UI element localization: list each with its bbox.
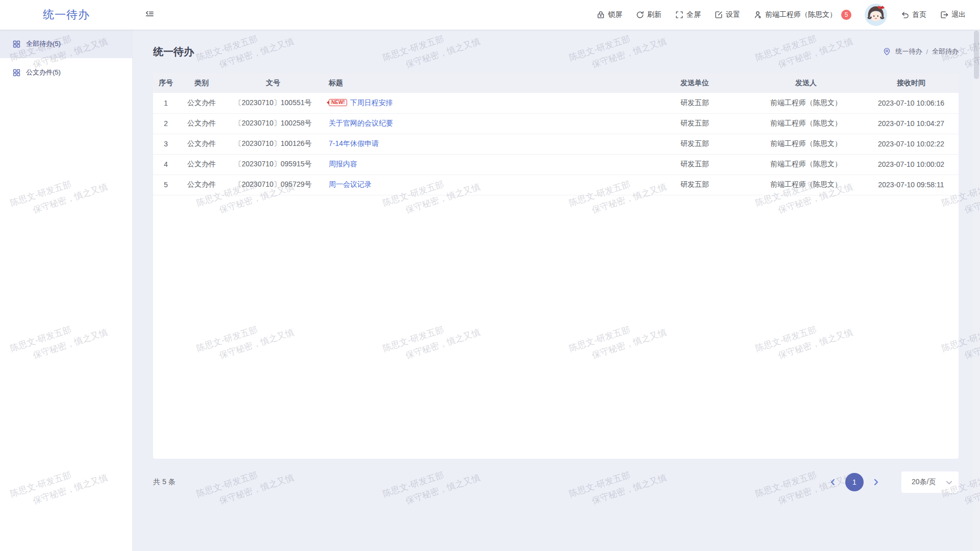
table-row[interactable]: 3 公文办件 〔20230710〕100126号 7-14年休假申请 研发五部 … bbox=[153, 134, 959, 154]
breadcrumb-root[interactable]: 统一待办 bbox=[895, 47, 922, 56]
page-size-value: 20条/页 bbox=[912, 478, 936, 487]
chevron-left-icon bbox=[829, 479, 837, 486]
cell-sender: 前端工程师（陈思文） bbox=[748, 174, 864, 195]
doc-title-link[interactable]: 下周日程安排 bbox=[350, 98, 393, 107]
cell-sender: 前端工程师（陈思文） bbox=[748, 113, 864, 134]
doc-title-link[interactable]: 周一会议记录 bbox=[329, 180, 372, 188]
settings-icon bbox=[714, 10, 723, 19]
cell-received-time: 2023-07-10 10:06:16 bbox=[864, 93, 959, 113]
grid-icon bbox=[12, 40, 21, 48]
col-header-doc-no: 文号 bbox=[225, 73, 322, 93]
page-size-select[interactable]: 20条/页 bbox=[901, 471, 959, 493]
chevron-right-icon bbox=[872, 479, 879, 486]
chevron-down-icon bbox=[946, 479, 952, 486]
page-number-button[interactable]: 1 bbox=[845, 473, 864, 491]
main-content: 统一待办 统一待办 / 全部待办 序号 类别 文号 标题 发送单位 bbox=[133, 30, 973, 551]
next-page-button[interactable] bbox=[869, 475, 883, 489]
cell-title: 7-14年休假申请 bbox=[322, 134, 641, 154]
col-header-title: 标题 bbox=[322, 73, 641, 93]
todo-count-badge: 5 bbox=[841, 10, 851, 20]
page-title: 统一待办 bbox=[153, 45, 194, 59]
cell-index: 3 bbox=[153, 134, 179, 154]
fullscreen-button[interactable]: 全屏 bbox=[675, 10, 701, 19]
sidebar-collapse-button[interactable] bbox=[144, 10, 155, 20]
sidebar-item-all-todos[interactable]: 全部待办(5) bbox=[0, 30, 132, 58]
header-toolbar: 锁屏 刷新 全屏 设置 前端工程师（陈思文） 5 bbox=[596, 4, 980, 26]
cell-unit: 研发五部 bbox=[641, 174, 748, 195]
user-name-label: 前端工程师（陈思文） bbox=[765, 10, 837, 19]
fullscreen-label: 全屏 bbox=[687, 10, 701, 19]
fullscreen-icon bbox=[675, 10, 684, 19]
cell-doc-no: 〔20230710〕095915号 bbox=[225, 154, 322, 174]
cell-category: 公文办件 bbox=[179, 113, 225, 134]
refresh-button[interactable]: 刷新 bbox=[635, 10, 662, 19]
doc-title-link[interactable]: 关于官网的会议纪要 bbox=[329, 119, 393, 127]
refresh-label: 刷新 bbox=[647, 10, 662, 19]
cell-index: 1 bbox=[153, 93, 179, 113]
logout-icon bbox=[940, 10, 949, 19]
doc-title-link[interactable]: 7-14年休假申请 bbox=[329, 139, 379, 147]
table-row[interactable]: 4 公文办件 〔20230710〕095915号 周报内容 研发五部 前端工程师… bbox=[153, 154, 959, 174]
table-row[interactable]: 5 公文办件 〔20230710〕095729号 周一会议记录 研发五部 前端工… bbox=[153, 174, 959, 195]
doc-title-link[interactable]: 周报内容 bbox=[329, 160, 357, 168]
cell-doc-no: 〔20230710〕100126号 bbox=[225, 134, 322, 154]
cell-doc-no: 〔20230710〕095729号 bbox=[225, 174, 322, 195]
app-logo: 统一待办 bbox=[43, 7, 90, 22]
cell-index: 4 bbox=[153, 154, 179, 174]
cell-title: 周报内容 bbox=[322, 154, 641, 174]
cell-received-time: 2023-07-10 10:02:22 bbox=[864, 134, 959, 154]
sidebar-item-official-docs[interactable]: 公文办件(5) bbox=[0, 58, 132, 87]
cell-title: 关于官网的会议纪要 bbox=[322, 113, 641, 134]
table-row[interactable]: 1 公文办件 〔20230710〕100551号 NEW!下周日程安排 研发五部… bbox=[153, 93, 959, 113]
todo-table: 序号 类别 文号 标题 发送单位 发送人 接收时间 1 公文办件 〔202307… bbox=[153, 73, 959, 195]
cell-category: 公文办件 bbox=[179, 154, 225, 174]
cell-unit: 研发五部 bbox=[641, 93, 748, 113]
home-undo-icon bbox=[900, 10, 910, 19]
col-header-received: 接收时间 bbox=[864, 73, 959, 93]
home-button[interactable]: 首页 bbox=[900, 10, 926, 19]
cell-doc-no: 〔20230710〕100258号 bbox=[225, 113, 322, 134]
table-header-row: 序号 类别 文号 标题 发送单位 发送人 接收时间 bbox=[153, 73, 959, 93]
location-pin-icon bbox=[883, 47, 891, 56]
total-count-label: 共 5 条 bbox=[153, 478, 176, 487]
col-header-unit: 发送单位 bbox=[641, 73, 748, 93]
cell-unit: 研发五部 bbox=[641, 113, 748, 134]
avatar[interactable] bbox=[865, 4, 887, 26]
logout-button[interactable]: 退出 bbox=[940, 10, 966, 19]
cell-index: 5 bbox=[153, 174, 179, 195]
sidebar-item-label: 全部待办(5) bbox=[26, 39, 61, 48]
lock-screen-button[interactable]: 锁屏 bbox=[596, 10, 622, 19]
cell-unit: 研发五部 bbox=[641, 154, 748, 174]
cell-received-time: 2023-07-10 10:04:27 bbox=[864, 113, 959, 134]
cell-sender: 前端工程师（陈思文） bbox=[748, 134, 864, 154]
cell-category: 公文办件 bbox=[179, 93, 225, 113]
col-header-index: 序号 bbox=[153, 73, 179, 93]
lock-icon bbox=[596, 10, 605, 19]
cell-sender: 前端工程师（陈思文） bbox=[748, 93, 864, 113]
table-row[interactable]: 2 公文办件 〔20230710〕100258号 关于官网的会议纪要 研发五部 … bbox=[153, 113, 959, 134]
sidebar: 全部待办(5) 公文办件(5) bbox=[0, 30, 133, 551]
refresh-icon bbox=[635, 10, 645, 19]
cell-doc-no: 〔20230710〕100551号 bbox=[225, 93, 322, 113]
cell-received-time: 2023-07-10 10:00:02 bbox=[864, 154, 959, 174]
avatar-image bbox=[865, 4, 887, 26]
breadcrumb-current: 全部待办 bbox=[932, 47, 959, 56]
logout-label: 退出 bbox=[951, 10, 966, 19]
col-header-sender: 发送人 bbox=[748, 73, 864, 93]
vertical-scrollbar[interactable] bbox=[973, 30, 980, 551]
breadcrumb: 统一待办 / 全部待办 bbox=[883, 47, 959, 56]
col-header-category: 类别 bbox=[179, 73, 225, 93]
todo-table-card: 序号 类别 文号 标题 发送单位 发送人 接收时间 1 公文办件 〔202307… bbox=[153, 73, 959, 459]
user-menu[interactable]: 前端工程师（陈思文） 5 bbox=[753, 10, 851, 20]
cell-category: 公文办件 bbox=[179, 174, 225, 195]
breadcrumb-separator: / bbox=[926, 48, 928, 56]
home-label: 首页 bbox=[912, 10, 926, 19]
scrollbar-thumb[interactable] bbox=[974, 31, 979, 79]
lock-screen-label: 锁屏 bbox=[608, 10, 622, 19]
top-header: 统一待办 锁屏 刷新 全屏 bbox=[0, 0, 980, 30]
table-body: 1 公文办件 〔20230710〕100551号 NEW!下周日程安排 研发五部… bbox=[153, 93, 959, 195]
cell-sender: 前端工程师（陈思文） bbox=[748, 154, 864, 174]
settings-button[interactable]: 设置 bbox=[714, 10, 740, 19]
new-tag-icon: NEW! bbox=[329, 99, 347, 106]
prev-page-button[interactable] bbox=[826, 475, 840, 489]
